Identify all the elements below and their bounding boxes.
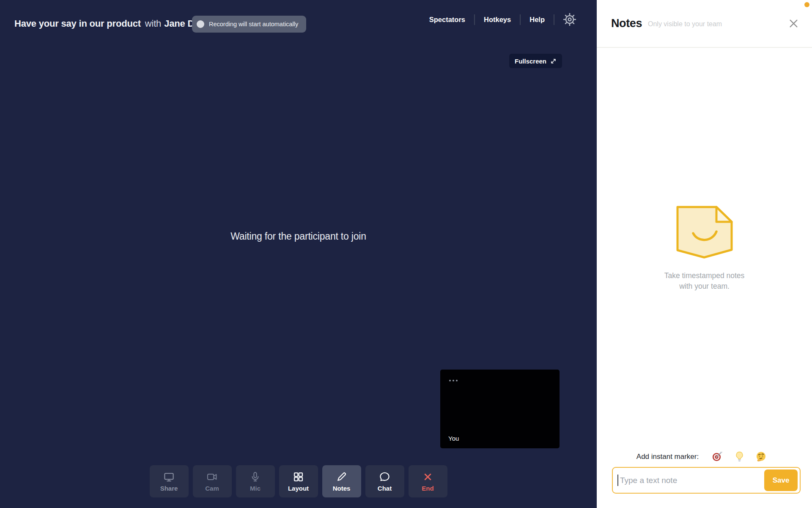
notes-panel-title: Notes xyxy=(611,17,642,30)
menu-divider xyxy=(554,14,554,25)
layout-label: Layout xyxy=(288,485,309,492)
app-root: Have your say in our productwithJane D. … xyxy=(0,0,812,508)
mic-button[interactable]: Mic xyxy=(236,465,275,497)
instant-marker-label: Add instant marker: xyxy=(636,453,699,461)
screen-share-icon xyxy=(163,471,175,483)
cam-label: Cam xyxy=(205,485,219,492)
recording-indicator-icon xyxy=(197,20,204,28)
empty-state-line1: Take timestamped notes xyxy=(597,271,812,281)
fullscreen-button[interactable]: Fullscreen xyxy=(509,54,562,68)
self-view-tile[interactable]: You xyxy=(440,370,560,448)
menu-divider xyxy=(474,14,475,25)
waiting-message: Waiting for the participant to join xyxy=(0,231,597,242)
self-view-label: You xyxy=(448,435,459,442)
notification-dot xyxy=(804,2,809,7)
session-title-connector: with xyxy=(145,18,161,29)
top-menu: Spectators Hotkeys Help xyxy=(429,0,576,39)
instant-marker-row: Add instant marker: xyxy=(597,451,812,462)
recording-status-badge: Recording will start automatically xyxy=(192,16,306,33)
recording-status-text: Recording will start automatically xyxy=(209,21,298,28)
call-toolbar: Share Cam Mic Layout xyxy=(150,465,447,497)
hotkeys-button[interactable]: Hotkeys xyxy=(484,16,511,24)
session-stage: Have your say in our productwithJane D. … xyxy=(0,0,597,508)
close-x-icon xyxy=(422,471,433,483)
save-button[interactable]: Save xyxy=(764,469,798,491)
chat-label: Chat xyxy=(378,485,392,492)
end-label: End xyxy=(422,485,433,492)
note-input-container: Save xyxy=(612,467,801,494)
thinking-face-emoji[interactable] xyxy=(756,451,766,462)
notes-empty-state-text: Take timestamped notes with your team. xyxy=(597,271,812,292)
share-label: Share xyxy=(160,485,178,492)
tile-options-icon[interactable] xyxy=(449,380,458,381)
fullscreen-label: Fullscreen xyxy=(515,58,546,65)
end-call-button[interactable]: End xyxy=(409,465,447,497)
sticky-note-smile-icon xyxy=(672,202,737,260)
mic-label: Mic xyxy=(250,485,261,492)
menu-divider xyxy=(520,14,521,25)
dart-target-emoji[interactable] xyxy=(712,451,723,462)
notes-panel-subtitle: Only visible to your team xyxy=(648,20,722,28)
microphone-icon xyxy=(250,471,261,483)
expand-arrows-icon xyxy=(550,58,557,64)
empty-state-line2: with your team. xyxy=(597,281,812,292)
close-icon[interactable] xyxy=(788,18,799,29)
chat-bubble-icon xyxy=(379,471,390,483)
notes-button[interactable]: Notes xyxy=(322,465,361,497)
pencil-icon xyxy=(336,471,347,483)
share-button[interactable]: Share xyxy=(150,465,189,497)
spectators-button[interactable]: Spectators xyxy=(429,16,465,24)
session-title: Have your say in our productwithJane D. xyxy=(14,18,197,29)
layout-button[interactable]: Layout xyxy=(279,465,318,497)
chat-button[interactable]: Chat xyxy=(365,465,404,497)
camera-icon xyxy=(206,471,218,483)
session-title-text: Have your say in our product xyxy=(14,18,141,29)
layout-grid-icon xyxy=(293,471,304,483)
notes-panel: Notes Only visible to your team Take tim… xyxy=(597,0,812,508)
gear-icon[interactable] xyxy=(563,13,576,26)
notes-panel-header: Notes Only visible to your team xyxy=(597,0,812,48)
light-bulb-emoji[interactable] xyxy=(735,451,744,462)
cam-button[interactable]: Cam xyxy=(193,465,232,497)
help-button[interactable]: Help xyxy=(529,16,545,24)
notes-label: Notes xyxy=(333,485,351,492)
